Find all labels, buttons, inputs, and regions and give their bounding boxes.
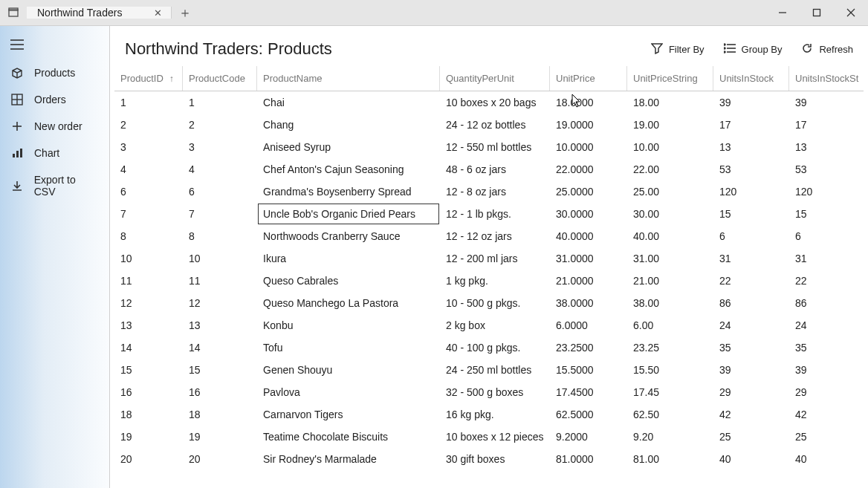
cell-unitsinstock[interactable]: 25 (713, 426, 789, 448)
col-header-productcode[interactable]: ProductCode (183, 66, 257, 91)
cell-productcode[interactable]: 1 (183, 91, 257, 114)
cell-unitprice[interactable]: 40.0000 (550, 225, 627, 247)
cell-productname[interactable]: Ikura (257, 247, 440, 270)
cell-unitsinstockst[interactable]: 6 (789, 225, 864, 247)
cell-unitsinstockst[interactable]: 13 (789, 136, 864, 158)
cell-unitprice[interactable]: 19.0000 (550, 114, 627, 136)
cell-quantityperunit[interactable]: 30 gift boxes (440, 448, 550, 470)
cell-unitsinstockst[interactable]: 53 (789, 158, 864, 180)
cell-unitsinstock[interactable]: 53 (713, 158, 789, 180)
cell-productid[interactable]: 7 (114, 203, 183, 225)
cell-unitpricestring[interactable]: 25.00 (627, 180, 713, 203)
maximize-button[interactable] (800, 0, 834, 25)
cell-unitpricestring[interactable]: 38.00 (627, 292, 713, 314)
cell-productname[interactable]: Tofu (257, 336, 440, 359)
cell-productname[interactable]: Genen Shouyu (257, 359, 440, 381)
cell-productname[interactable]: Chef Anton's Cajun Seasoning (257, 158, 440, 180)
col-header-unitsinstockst[interactable]: UnitsInStockSt (789, 66, 864, 91)
cell-productid[interactable]: 20 (114, 448, 183, 470)
cell-unitsinstockst[interactable]: 39 (789, 91, 864, 114)
table-row[interactable]: 1919Teatime Chocolate Biscuits10 boxes x… (114, 426, 864, 448)
cell-quantityperunit[interactable]: 40 - 100 g pkgs. (440, 336, 550, 359)
refresh-button[interactable]: Refresh (801, 42, 853, 56)
cell-unitprice[interactable]: 17.4500 (550, 381, 627, 403)
close-button[interactable] (834, 0, 868, 25)
cell-unitsinstock[interactable]: 13 (713, 136, 789, 158)
close-icon[interactable]: ✕ (152, 7, 163, 19)
cell-unitsinstockst[interactable]: 120 (789, 180, 864, 203)
cell-productid[interactable]: 11 (114, 270, 183, 292)
cell-productcode[interactable]: 16 (183, 381, 257, 403)
cell-productid[interactable]: 1 (114, 91, 183, 114)
cell-unitsinstockst[interactable]: 22 (789, 270, 864, 292)
cell-quantityperunit[interactable]: 12 - 550 ml bottles (440, 136, 550, 158)
table-row[interactable]: 44Chef Anton's Cajun Seasoning48 - 6 oz … (114, 158, 864, 180)
cell-unitpricestring[interactable]: 18.00 (627, 91, 713, 114)
cell-productcode[interactable]: 12 (183, 292, 257, 314)
cell-unitsinstock[interactable]: 42 (713, 403, 789, 426)
cell-unitprice[interactable]: 38.0000 (550, 292, 627, 314)
cell-unitprice[interactable]: 30.0000 (550, 203, 627, 225)
cell-unitsinstock[interactable]: 39 (713, 91, 789, 114)
cell-productcode[interactable]: 3 (183, 136, 257, 158)
cell-unitprice[interactable]: 6.0000 (550, 314, 627, 336)
cell-quantityperunit[interactable]: 10 boxes x 20 bags (440, 91, 550, 114)
cell-unitsinstockst[interactable]: 25 (789, 426, 864, 448)
cell-productid[interactable]: 2 (114, 114, 183, 136)
table-row[interactable]: 1616Pavlova32 - 500 g boxes17.450017.452… (114, 381, 864, 403)
cell-productid[interactable]: 8 (114, 225, 183, 247)
cell-unitpricestring[interactable]: 40.00 (627, 225, 713, 247)
cell-unitsinstockst[interactable]: 15 (789, 203, 864, 225)
cell-unitprice[interactable]: 22.0000 (550, 158, 627, 180)
cell-productname[interactable]: Carnarvon Tigers (257, 403, 440, 426)
cell-unitprice[interactable]: 15.5000 (550, 359, 627, 381)
cell-productname[interactable]: Northwoods Cranberry Sauce (257, 225, 440, 247)
cell-productid[interactable]: 13 (114, 314, 183, 336)
cell-unitsinstockst[interactable]: 42 (789, 403, 864, 426)
cell-unitpricestring[interactable]: 23.25 (627, 336, 713, 359)
col-header-quantityperunit[interactable]: QuantityPerUnit (440, 66, 550, 91)
sidebar-item-products[interactable]: Products (0, 59, 109, 86)
cell-unitsinstock[interactable]: 120 (713, 180, 789, 203)
cell-unitprice[interactable]: 18.0000 (550, 91, 627, 114)
cell-quantityperunit[interactable]: 48 - 6 oz jars (440, 158, 550, 180)
cell-productid[interactable]: 16 (114, 381, 183, 403)
sidebar-item-export-to-csv[interactable]: Export to CSV (0, 166, 109, 205)
cell-quantityperunit[interactable]: 12 - 200 ml jars (440, 247, 550, 270)
cell-productcode[interactable]: 2 (183, 114, 257, 136)
cell-productid[interactable]: 12 (114, 292, 183, 314)
cell-productname[interactable]: Pavlova (257, 381, 440, 403)
cell-quantityperunit[interactable]: 24 - 12 oz bottles (440, 114, 550, 136)
table-row[interactable]: 1414Tofu40 - 100 g pkgs.23.250023.253535 (114, 336, 864, 359)
cell-unitpricestring[interactable]: 31.00 (627, 247, 713, 270)
sidebar-item-chart[interactable]: Chart (0, 140, 109, 166)
sidebar-item-orders[interactable]: Orders (0, 86, 109, 113)
cell-quantityperunit[interactable]: 2 kg box (440, 314, 550, 336)
cell-productid[interactable]: 4 (114, 158, 183, 180)
cell-unitpricestring[interactable]: 62.50 (627, 403, 713, 426)
table-row[interactable]: 66Grandma's Boysenberry Spread12 - 8 oz … (114, 180, 864, 203)
cell-unitsinstockst[interactable]: 24 (789, 314, 864, 336)
table-row[interactable]: 77Uncle Bob's Organic Dried Pears12 - 1 … (114, 203, 864, 225)
cell-unitprice[interactable]: 81.0000 (550, 448, 627, 470)
cell-unitpricestring[interactable]: 17.45 (627, 381, 713, 403)
cell-productid[interactable]: 14 (114, 336, 183, 359)
table-row[interactable]: 22Chang24 - 12 oz bottles19.000019.00171… (114, 114, 864, 136)
cell-productcode[interactable]: 10 (183, 247, 257, 270)
col-header-unitprice[interactable]: UnitPrice (550, 66, 627, 91)
cell-unitpricestring[interactable]: 15.50 (627, 359, 713, 381)
cell-quantityperunit[interactable]: 12 - 1 lb pkgs. (440, 203, 550, 225)
group-button[interactable]: Group By (724, 42, 783, 56)
cell-productcode[interactable]: 8 (183, 225, 257, 247)
col-header-productid[interactable]: ProductID↑ (114, 66, 183, 91)
col-header-unitsinstock[interactable]: UnitsInStock (713, 66, 789, 91)
minimize-button[interactable] (765, 0, 800, 25)
cell-unitpricestring[interactable]: 22.00 (627, 158, 713, 180)
cell-productid[interactable]: 15 (114, 359, 183, 381)
cell-unitsinstockst[interactable]: 29 (789, 381, 864, 403)
cell-unitsinstock[interactable]: 24 (713, 314, 789, 336)
cell-quantityperunit[interactable]: 12 - 12 oz jars (440, 225, 550, 247)
table-row[interactable]: 1515Genen Shouyu24 - 250 ml bottles15.50… (114, 359, 864, 381)
cell-productid[interactable]: 10 (114, 247, 183, 270)
cell-unitsinstock[interactable]: 22 (713, 270, 789, 292)
